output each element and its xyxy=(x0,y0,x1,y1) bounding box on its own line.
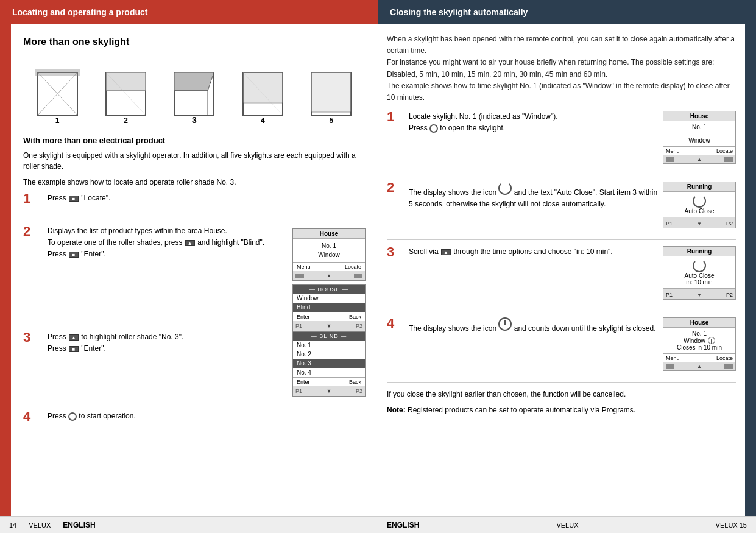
svg-marker-8 xyxy=(174,72,214,91)
right-header-text: Closing the skylight automatically xyxy=(390,7,528,17)
rw2-header: Running xyxy=(663,182,735,192)
hw3-header: — BLIND — xyxy=(293,332,365,341)
hw1-line2: Window xyxy=(318,252,340,258)
right-intro: When a skylight has been opened with the… xyxy=(387,34,736,104)
hw2-enter: Enter xyxy=(297,314,310,320)
right-note2: Note: Registered products can be set to … xyxy=(387,404,736,415)
rw1-locate: Locate xyxy=(716,148,733,154)
up-btn-icon-2: ▲ xyxy=(69,334,79,341)
rw1-menu: Menu xyxy=(666,148,680,154)
rw3-body: Auto Close in: 10 min xyxy=(663,256,735,288)
rw1-line1: No. 1 xyxy=(692,124,707,130)
skylight-num-1: 1 xyxy=(55,116,60,125)
rw3-btns: P1 ▼ P2 xyxy=(663,291,735,299)
right-step-1-row: 1 Locate skylight No. 1 (indicated as "W… xyxy=(387,111,736,175)
right-widget-2-wrap: Running Auto Close P1 ▼ P2 xyxy=(660,182,736,233)
right-widget-4: House No. 1 Window Closes in 10 min Menu… xyxy=(663,317,736,371)
up-btn-icon: ▲ xyxy=(185,240,195,246)
left-widget-1: House No. 1 Window Menu Locate ▲ xyxy=(292,228,366,281)
left-step-3-row: 3 Press ▲ to highlight roller shade "No.… xyxy=(23,331,366,404)
right-widget-1-wrap: House No. 1 Window Menu Locate ▲ xyxy=(660,111,736,169)
locate-button-icon: ■ xyxy=(69,196,79,202)
left-accent-bar xyxy=(0,24,11,516)
rw4-line1: No. 1 xyxy=(692,330,707,337)
right-step-3-inner: 3 Scroll via ▲ through the time options … xyxy=(387,246,660,305)
rw3-p1: P1 xyxy=(666,292,673,298)
rw3-p2: P2 xyxy=(726,292,733,298)
left-step-1-text: Press ■ "Locate". xyxy=(48,192,366,206)
right-step-1-num: 1 xyxy=(387,109,404,169)
right-lang: ENGLISH xyxy=(387,521,419,529)
right-widget-2: Running Auto Close P1 ▼ P2 xyxy=(663,182,736,228)
left-widgets-col: House No. 1 Window Menu Locate ▲ xyxy=(292,225,366,331)
hw1-menu: Menu xyxy=(297,264,311,270)
left-step-2: 2 Displays the list of product types wit… xyxy=(23,225,288,320)
bottom-left: 14 VELUX ENGLISH xyxy=(0,517,378,533)
left-step-4: 4 Press to start operation. xyxy=(23,411,366,432)
left-header-text: Locating and operating a product xyxy=(12,7,147,17)
rw1-btns: ▲ xyxy=(663,155,735,163)
hw3-item-2: No. 2 xyxy=(293,350,365,359)
left-para2: The example shows how to locate and oper… xyxy=(23,177,366,188)
left-step-2-row: 2 Displays the list of product types wit… xyxy=(23,225,366,331)
hw1-btn-up: ▲ xyxy=(327,273,331,278)
rw3-arr: ▼ xyxy=(697,292,702,298)
right-step-1-text: Locate skylight No. 1 (indicated as "Win… xyxy=(409,111,660,169)
right-accent-bar xyxy=(745,24,756,516)
left-widget-2: — HOUSE — Window Blind Enter Back P1 ▼ P… xyxy=(292,284,366,331)
hw1-footer: Menu Locate xyxy=(293,262,365,271)
rw2-btns: P1 ▼ P2 xyxy=(663,219,735,228)
left-bold-text: With more than one electrical product xyxy=(23,136,366,145)
rw2-p2: P2 xyxy=(726,221,733,227)
hw3-item-1: No. 1 xyxy=(293,341,365,350)
top-bar: Locating and operating a product Closing… xyxy=(0,0,756,24)
rw1-footer: Menu Locate xyxy=(663,146,735,155)
circle-btn-icon xyxy=(68,412,77,421)
hw3-buttons: P1 ▼ P2 xyxy=(293,386,365,396)
hw3-item-4: No. 4 xyxy=(293,368,365,377)
enter-btn-icon: ■ xyxy=(69,252,79,258)
right-panel: When a skylight has been opened with the… xyxy=(378,24,756,516)
left-step-2-num: 2 xyxy=(23,224,41,312)
rw4-menu: Menu xyxy=(666,355,680,361)
right-page-num: VELUX 15 xyxy=(716,521,747,529)
skylight-num-4: 4 xyxy=(261,116,265,125)
left-lang: ENGLISH xyxy=(63,521,95,529)
left-step-1: 1 Press ■ "Locate". xyxy=(23,192,366,214)
rw4-line2-row: Window xyxy=(684,337,715,344)
skylight-svg-3 xyxy=(171,69,217,121)
hw1-line1: No. 1 xyxy=(322,242,336,249)
svg-rect-3 xyxy=(35,69,80,76)
hw1-locate: Locate xyxy=(345,264,361,270)
scroll-btn-icon: ▲ xyxy=(441,249,451,255)
hw2-header: — HOUSE — xyxy=(293,285,365,294)
right-step-2-num: 2 xyxy=(387,180,404,233)
rw4-arr-up: ▲ xyxy=(697,364,702,369)
svg-rect-9 xyxy=(174,91,208,115)
hw2-buttons: P1 ▼ P2 xyxy=(293,321,365,331)
hw2-footer: Enter Back xyxy=(293,312,365,321)
right-step-2-text: The display shows the icon and the text … xyxy=(409,182,660,233)
hw3-p1: P1 xyxy=(295,388,302,394)
left-step-3-text: Press ▲ to highlight roller shade "No. 3… xyxy=(48,331,288,397)
right-note: If you close the skylight earlier than c… xyxy=(387,389,736,400)
rw4-sq-r xyxy=(724,364,733,369)
rw3-header: Running xyxy=(663,247,735,256)
rw2-body: Auto Close xyxy=(663,192,735,217)
rw1-sq-r xyxy=(724,157,733,162)
hw3-btn-dn: ▼ xyxy=(327,388,332,394)
left-content: More than one skylight 1 xyxy=(11,24,378,516)
rw4-line3: Closes in 10 min xyxy=(677,344,722,351)
circle-icon-1 xyxy=(429,124,438,133)
rw2-line1: Auto Close xyxy=(685,208,715,214)
hw3-enter: Enter xyxy=(297,379,310,385)
left-step-4-text: Press to start operation. xyxy=(48,411,366,425)
left-panel: More than one skylight 1 xyxy=(0,24,378,516)
right-header: Closing the skylight automatically xyxy=(378,0,756,24)
enter-btn-icon-2: ■ xyxy=(69,346,79,352)
skylight-svg-4 xyxy=(240,69,286,121)
skylight-num-2: 2 xyxy=(124,116,128,125)
right-widget-1: House No. 1 Window Menu Locate ▲ xyxy=(663,111,736,164)
rw4-footer: Menu Locate xyxy=(663,353,735,362)
left-step-3-num: 3 xyxy=(23,330,41,397)
